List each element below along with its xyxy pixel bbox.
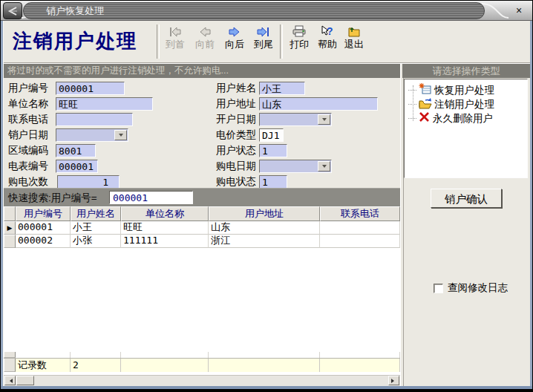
- titlebar-swoosh-right-decoration: [480, 2, 510, 19]
- detail-form: 用户编号 000001 单位名称 旺旺 联系电话 销户日期 - - 区域编码 8…: [4, 78, 400, 188]
- title-pill: 销户恢复处理: [23, 2, 485, 19]
- restore-user-icon: [419, 83, 432, 98]
- view-log-checkbox[interactable]: [434, 284, 443, 293]
- tree-branch-line: [408, 118, 416, 120]
- close-button[interactable]: ×: [511, 3, 527, 18]
- chevron-down-icon: [322, 165, 327, 170]
- phone-label: 联系电话: [8, 113, 48, 126]
- cell-user-address: 浙江: [209, 235, 320, 248]
- price-type-label: 电价类型: [216, 128, 256, 142]
- user-status-field[interactable]: 1: [259, 144, 287, 157]
- tree-item-delete-user[interactable]: 永久删除用户: [408, 111, 493, 125]
- exit-folder-icon: [347, 24, 362, 37]
- user-address-value: 山东: [262, 99, 281, 110]
- nav-last-label: 到尾: [254, 39, 273, 49]
- chevron-down-icon: [322, 118, 327, 123]
- window-bottom-border: [1, 386, 532, 389]
- user-name-label: 用户姓名: [216, 82, 256, 95]
- purchase-date-combo[interactable]: 2013-06-02: [259, 160, 332, 173]
- toolbar: 注销用户处理 到首 向前 向后: [4, 21, 530, 63]
- user-name-field[interactable]: 小王: [259, 82, 305, 95]
- operation-tree: 恢复用户处理 注销用户处理 永久删除用户: [404, 79, 528, 178]
- nav-last-button[interactable]: 到尾: [249, 24, 278, 60]
- left-panel: 将过时的或不需要的用户进行注销处理，不允许购电... 用户编号 000001 单…: [4, 64, 400, 386]
- nav-first-label: 到首: [166, 39, 185, 49]
- scroll-left-button[interactable]: [4, 376, 16, 385]
- close-date-combo[interactable]: - -: [56, 128, 128, 142]
- help-icon: ?: [320, 24, 335, 37]
- window-content: 注销用户处理 到首 向前 向后: [3, 21, 530, 386]
- footer-selector-cell: [4, 359, 16, 372]
- row-selector[interactable]: [4, 235, 16, 248]
- empty-cell: [209, 359, 320, 372]
- row-selector: [4, 352, 16, 358]
- nav-first-button[interactable]: 到首: [160, 24, 190, 60]
- cell-unit-name: 111111: [121, 235, 209, 248]
- user-status-label: 用户状态: [216, 144, 256, 157]
- exit-button[interactable]: 退出: [339, 24, 369, 60]
- column-header[interactable]: 联系电话: [320, 206, 400, 221]
- app-logo-icon: [3, 2, 22, 19]
- column-header[interactable]: 单位名称: [121, 206, 209, 221]
- print-icon: [292, 24, 307, 37]
- view-log-checkbox-row[interactable]: 查阅修改日志: [434, 281, 508, 295]
- user-address-field[interactable]: 山东: [259, 97, 378, 111]
- close-date-dropdown-button[interactable]: [114, 130, 127, 140]
- column-header[interactable]: 用户编号: [16, 206, 71, 221]
- cell-phone: [320, 221, 400, 235]
- tree-item-deactivate-user[interactable]: 注销用户处理: [408, 97, 494, 111]
- user-id-field[interactable]: 000001: [56, 82, 125, 95]
- nav-prev-button[interactable]: 向前: [190, 24, 220, 60]
- empty-cell: [121, 359, 209, 372]
- column-header[interactable]: 用户地址: [209, 206, 320, 221]
- cell-user-id: 000002: [16, 235, 71, 248]
- unit-name-field[interactable]: 旺旺: [56, 97, 153, 111]
- nav-next-button[interactable]: 向后: [220, 24, 249, 60]
- unit-name-value: 旺旺: [59, 99, 78, 110]
- table-grid-strip: [4, 352, 400, 359]
- table-header-row: 用户编号 用户姓名 单位名称 用户地址 联系电话: [4, 206, 400, 221]
- meter-id-label: 电表编号: [8, 160, 48, 173]
- scrollbar-thumb[interactable]: [16, 376, 34, 385]
- phone-field[interactable]: [56, 113, 133, 126]
- column-header[interactable]: 用户姓名: [71, 206, 121, 221]
- help-button[interactable]: ? 帮助: [313, 24, 342, 60]
- nav-next-label: 向后: [225, 39, 244, 49]
- delete-user-icon: [419, 111, 431, 125]
- title-bar: 销户恢复处理 ×: [1, 1, 532, 21]
- print-button[interactable]: 打印: [284, 24, 314, 60]
- purchase-count-field[interactable]: 1: [57, 175, 120, 189]
- purchase-status-field[interactable]: 1: [259, 175, 287, 189]
- first-arrow-icon: [169, 24, 182, 37]
- area-code-value: 8001: [59, 146, 82, 157]
- price-type-field[interactable]: DJ1: [259, 128, 284, 142]
- user-name-value: 小王: [262, 83, 281, 94]
- table-row[interactable]: ▶ 000001 小王 旺旺 山东: [4, 221, 400, 235]
- record-count-label: 记录数: [16, 359, 71, 372]
- purchase-date-dropdown-button[interactable]: [318, 161, 330, 172]
- user-table: 用户编号 用户姓名 单位名称 用户地址 联系电话 ▶ 000001 小王 旺旺 …: [4, 206, 400, 386]
- close-icon: ×: [516, 4, 522, 16]
- row-selector[interactable]: ▶: [4, 221, 16, 235]
- open-date-label: 开户日期: [216, 113, 256, 126]
- close-account-confirm-button[interactable]: 销户确认: [431, 189, 502, 208]
- scroll-right-button[interactable]: [388, 376, 399, 385]
- toolbar-separator: [157, 24, 160, 59]
- meter-id-field[interactable]: 000001: [56, 160, 98, 173]
- user-address-label: 用户地址: [216, 97, 256, 111]
- cell-user-id: 000001: [16, 221, 71, 235]
- close-date-label: 销户日期: [8, 128, 48, 142]
- deactivate-user-icon: [419, 97, 432, 112]
- tree-item-restore-user[interactable]: 恢复用户处理: [408, 83, 494, 97]
- window-title: 销户恢复处理: [46, 4, 104, 18]
- horizontal-scrollbar[interactable]: [4, 375, 400, 386]
- purchase-status-value: 1: [262, 177, 268, 188]
- open-date-combo[interactable]: 2013-06-02: [259, 113, 332, 126]
- record-count-value: 2: [71, 359, 121, 372]
- table-row[interactable]: 000002 小张 111111 浙江: [4, 235, 400, 248]
- area-code-field[interactable]: 8001: [56, 144, 96, 157]
- cell-user-name: 小张: [71, 235, 121, 248]
- view-log-label: 查阅修改日志: [448, 281, 508, 295]
- open-date-dropdown-button[interactable]: [318, 114, 330, 125]
- search-input[interactable]: 000001: [109, 191, 193, 204]
